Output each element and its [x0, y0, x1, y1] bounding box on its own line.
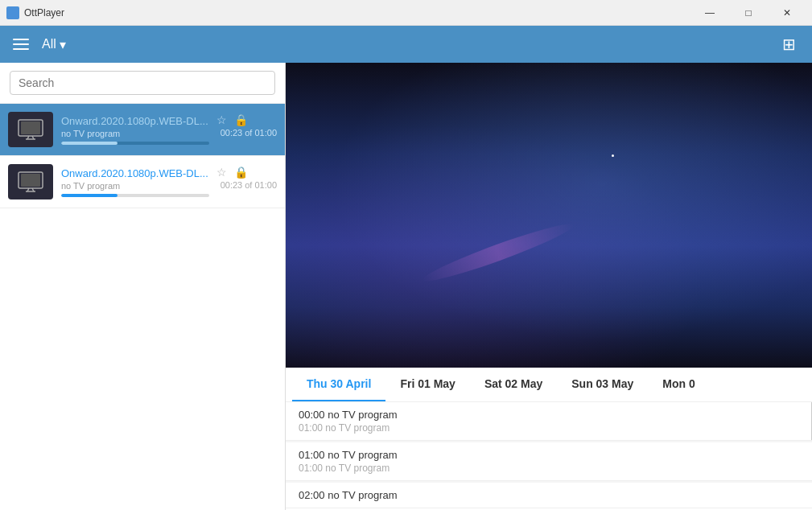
search-bar: [0, 63, 285, 104]
epg-date-tab[interactable]: Sat 02 May: [470, 368, 557, 401]
title-bar: OttPlayer — □ ✕: [0, 0, 812, 26]
channel-meta: ☆ 🔒 00:23 of 01:00: [214, 110, 277, 149]
svg-rect-6: [21, 174, 40, 187]
channel-meta: ☆ 🔒 00:23 of 01:00: [214, 162, 277, 201]
epg-program-title: no TV program: [328, 489, 397, 501]
nebula-decoration: [419, 218, 576, 288]
search-input[interactable]: [10, 71, 275, 95]
video-player[interactable]: [286, 63, 812, 368]
header-toolbar: All ▾ ⊞: [0, 26, 812, 63]
tv-icon: [18, 171, 43, 192]
channel-time: 00:23 of 01:00: [221, 128, 277, 138]
channel-progress-bar: [61, 194, 209, 197]
hamburger-line-3: [13, 48, 29, 50]
title-bar-left: OttPlayer: [6, 6, 64, 19]
lock-icon[interactable]: 🔒: [233, 164, 249, 180]
grid-view-button[interactable]: ⊞: [776, 31, 802, 57]
channel-progress-fill: [61, 142, 117, 145]
channel-icons: ☆ 🔒: [214, 112, 249, 128]
epg-date-tab[interactable]: Thu 30 April: [292, 368, 385, 401]
hamburger-menu-button[interactable]: [10, 35, 32, 53]
epg-program-title: no TV program: [328, 409, 397, 421]
channel-name: Onward.2020.1080p.WEB-DL...: [61, 115, 209, 127]
channel-sub: no TV program: [61, 181, 209, 191]
grid-icon: ⊞: [782, 35, 796, 53]
channel-progress-fill: [61, 194, 117, 197]
epg-date-tab[interactable]: Mon 0: [648, 368, 709, 401]
channel-icons: ☆ 🔒: [214, 164, 249, 180]
epg-date-tabs: Thu 30 AprilFri 01 MaySat 02 MaySun 03 M…: [286, 368, 812, 402]
channel-progress-bar: [61, 142, 209, 145]
epg-program-sub: 01:00 no TV program: [299, 422, 799, 434]
channel-time: 00:23 of 01:00: [221, 180, 277, 190]
header-left: All ▾: [10, 35, 66, 53]
main-content: Onward.2020.1080p.WEB-DL... no TV progra…: [0, 63, 812, 510]
channel-item[interactable]: Onward.2020.1080p.WEB-DL... no TV progra…: [0, 104, 285, 156]
epg-program-row[interactable]: 02:00 no TV program: [286, 483, 812, 508]
lock-icon[interactable]: 🔒: [233, 112, 249, 128]
channel-info: Onward.2020.1080p.WEB-DL... no TV progra…: [61, 115, 209, 145]
favorite-icon[interactable]: ☆: [214, 164, 230, 180]
channel-name: Onward.2020.1080p.WEB-DL...: [61, 167, 209, 179]
epg-program-sub: 01:00 no TV program: [299, 463, 799, 474]
close-button[interactable]: ✕: [769, 0, 806, 26]
hamburger-line-2: [13, 43, 29, 45]
app-container: All ▾ ⊞ Onward.: [0, 26, 812, 510]
epg-program-list: 00:00 no TV program 01:00 no TV program …: [286, 402, 812, 508]
epg-area: Thu 30 AprilFri 01 MaySat 02 MaySun 03 M…: [286, 368, 812, 510]
epg-program-time: 01:00: [299, 449, 328, 461]
epg-program-main: 01:00 no TV program: [299, 449, 799, 461]
dropdown-arrow-icon: ▾: [60, 37, 66, 52]
category-label: All: [42, 37, 56, 51]
epg-program-row[interactable]: 00:00 no TV program 01:00 no TV program: [286, 402, 812, 441]
epg-program-time: 02:00: [299, 489, 328, 501]
app-title: OttPlayer: [24, 7, 64, 19]
epg-date-tab[interactable]: Fri 01 May: [385, 368, 469, 401]
window-controls: — □ ✕: [691, 0, 806, 26]
epg-program-title: no TV program: [328, 449, 397, 461]
star-decoration: [612, 154, 614, 157]
channel-sub: no TV program: [61, 129, 209, 138]
channel-thumbnail: [8, 164, 53, 199]
tv-icon: [18, 119, 43, 140]
category-dropdown[interactable]: All ▾: [42, 37, 66, 52]
channel-thumbnail: [8, 112, 53, 147]
epg-program-time: 00:00: [299, 409, 328, 421]
app-icon: [6, 6, 19, 19]
channel-info: Onward.2020.1080p.WEB-DL... no TV progra…: [61, 167, 209, 197]
favorite-icon[interactable]: ☆: [214, 112, 230, 128]
channel-list: Onward.2020.1080p.WEB-DL... no TV progra…: [0, 104, 285, 510]
hamburger-line-1: [13, 39, 29, 40]
sidebar: Onward.2020.1080p.WEB-DL... no TV progra…: [0, 63, 286, 510]
video-area: Thu 30 AprilFri 01 MaySat 02 MaySun 03 M…: [286, 63, 812, 510]
svg-rect-1: [21, 121, 40, 134]
channel-item[interactable]: Onward.2020.1080p.WEB-DL... no TV progra…: [0, 156, 285, 208]
epg-program-main: 02:00 no TV program: [299, 489, 799, 501]
epg-program-main: 00:00 no TV program: [299, 409, 799, 421]
maximize-button[interactable]: □: [730, 0, 767, 26]
epg-date-tab[interactable]: Sun 03 May: [557, 368, 648, 401]
minimize-button[interactable]: —: [691, 0, 728, 26]
epg-program-row[interactable]: 01:00 no TV program 01:00 no TV program: [286, 442, 812, 481]
